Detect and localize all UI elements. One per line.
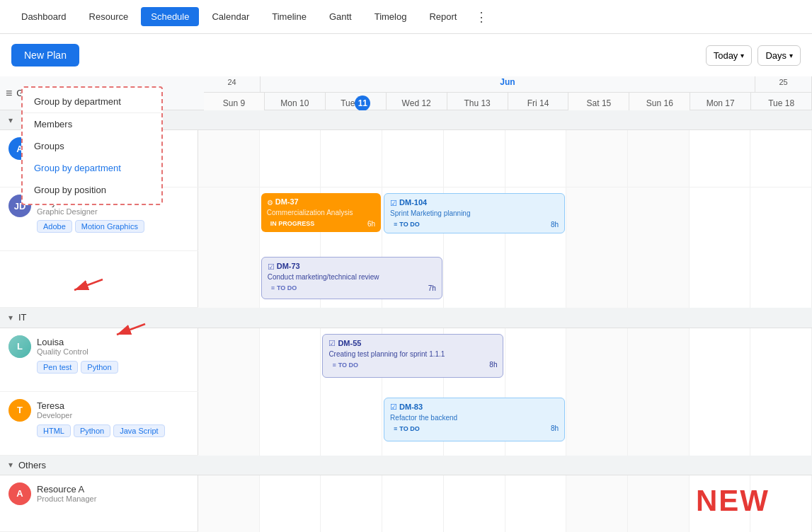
avatar-teresa: T <box>8 399 31 422</box>
dropdown-item-members[interactable]: Members <box>23 113 161 135</box>
today-label: Today <box>714 50 738 61</box>
person-role-jd: Graphic Designer <box>37 207 108 216</box>
month-row: 24 Jun 25 <box>204 76 812 93</box>
cal-col-thu13 <box>444 130 505 187</box>
month-jun: Jun <box>261 76 755 92</box>
status-todo-55: TO DO <box>328 361 362 369</box>
person-role-louisa: Quality Control <box>37 347 88 356</box>
tab-gantt[interactable]: Gantt <box>319 7 362 26</box>
tag-adobe[interactable]: Adobe <box>37 220 72 233</box>
tab-timelog[interactable]: Timelog <box>365 7 417 26</box>
today-button[interactable]: Today ▾ <box>706 45 753 66</box>
tab-schedule[interactable]: Schedule <box>141 7 199 26</box>
others-label: Others <box>18 460 46 470</box>
task-card-dm37[interactable]: ⚙ DM-37 Commercialization Analysis IN PR… <box>261 193 381 232</box>
new-plan-button[interactable]: New Plan <box>11 44 79 66</box>
tab-timeline[interactable]: Timeline <box>262 7 316 26</box>
tab-dashboard[interactable]: Dashboard <box>11 7 76 26</box>
person-info-teresa: T Teresa Developer HTML Python Java Scri… <box>0 392 198 455</box>
tag-python-teresa[interactable]: Python <box>74 424 110 437</box>
avatar-resource-a: A <box>8 482 31 505</box>
person-cal-teresa: ☑ DM-83 Refactor the backend TO DO 8h <box>198 392 812 456</box>
avatar-louisa: L <box>8 335 31 358</box>
cal-col-tue18 <box>750 130 812 187</box>
task-card-dm104[interactable]: ☑ DM-104 Sprint Marketing planning TO DO… <box>384 193 565 233</box>
person-row-teresa: T Teresa Developer HTML Python Java Scri… <box>0 392 812 456</box>
person-header-resource-a: A Resource A Product Manager <box>8 482 189 505</box>
status-todo-73: TO DO <box>268 284 301 292</box>
cal-col-sun16 <box>628 130 690 187</box>
status-todo-83: TO DO <box>390 424 423 433</box>
tags-louisa: Pen test Python <box>37 361 189 374</box>
cal-col-mon17 <box>690 130 751 187</box>
task-card-dm55[interactable]: ☑ DM-55 Creating test planning for sprin… <box>322 334 503 378</box>
cal-col-wed12 <box>382 130 444 187</box>
tags-teresa: HTML Python Java Script <box>37 424 189 437</box>
person-row-louisa: L Louisa Quality Control Pen test Python <box>0 328 812 392</box>
task-card-dm83[interactable]: ☑ DM-83 Refactor the backend TO DO 8h <box>384 398 565 441</box>
days-button[interactable]: Days ▾ <box>757 45 801 66</box>
today-circle: 11 <box>355 96 370 111</box>
cal-col-mon10 <box>260 130 321 187</box>
person-cal-resource-a: NEW <box>198 475 812 532</box>
tab-calendar[interactable]: Calendar <box>202 7 259 26</box>
dropdown-item-groups[interactable]: Groups <box>23 135 161 157</box>
person-cal-louisa: ☑ DM-55 Creating test planning for sprin… <box>198 328 812 392</box>
tag-python-louisa[interactable]: Python <box>81 361 118 374</box>
person-info-dm73 <box>0 251 198 307</box>
days-label: Days <box>765 50 787 61</box>
person-row-resource-a: A Resource A Product Manager <box>0 475 812 532</box>
person-details-teresa: Teresa Developer <box>37 400 72 420</box>
it-collapse-button[interactable]: ▾ <box>8 313 13 323</box>
task-card-dm73[interactable]: ☑ DM-73 Conduct marketing/technical revi… <box>261 257 442 299</box>
status-inprogress: IN PROGRESS <box>267 219 319 228</box>
person-role-resource-a: Product Manager <box>37 495 96 503</box>
main-content: ≡ Group by department 24 Jun 25 Sun 9 Mo… <box>0 76 812 532</box>
cal-grid-louisa <box>198 328 812 392</box>
person-cal-a <box>198 130 812 187</box>
tab-report[interactable]: Report <box>419 7 467 26</box>
others-section-header: ▾ Others <box>0 456 812 475</box>
tags-jd: Adobe Motion Graphics <box>37 220 189 233</box>
dropdown-header: Group by department <box>23 91 161 113</box>
person-details-resource-a: Resource A Product Manager <box>37 484 96 503</box>
person-role-teresa: Developer <box>37 411 72 420</box>
cal-col-sat15 <box>566 130 628 187</box>
dropdown-item-group-by-position[interactable]: Group by position <box>23 179 161 201</box>
top-navigation: Dashboard Resource Schedule Calendar Tim… <box>0 0 812 34</box>
status-todo: TO DO <box>390 220 423 229</box>
it-section-header: ▾ IT <box>0 308 812 328</box>
person-info-resource-a: A Resource A Product Manager <box>0 475 198 531</box>
month-24: 24 <box>204 76 261 92</box>
person-name-louisa: Louisa <box>37 337 88 347</box>
person-header-teresa: T Teresa Developer <box>8 399 189 422</box>
seg-collapse-button[interactable]: ▾ <box>8 115 13 125</box>
tag-pen-test[interactable]: Pen test <box>37 361 78 374</box>
person-row-dm73: ☑ DM-73 Conduct marketing/technical revi… <box>0 251 812 308</box>
tag-javascript[interactable]: Java Script <box>113 424 164 437</box>
person-header-louisa: L Louisa Quality Control <box>8 335 189 358</box>
person-name-teresa: Teresa <box>37 400 72 411</box>
person-name-resource-a: Resource A <box>37 484 96 495</box>
it-label: IT <box>18 312 27 323</box>
tag-html[interactable]: HTML <box>37 424 71 437</box>
filter-icon: ≡ <box>6 87 12 100</box>
nav-more-button[interactable]: ⋮ <box>469 6 493 28</box>
cal-col-tue11 <box>321 130 382 187</box>
cal-col-sun9 <box>198 130 260 187</box>
person-details-louisa: Louisa Quality Control <box>37 337 88 356</box>
person-cal-dm73: ☑ DM-73 Conduct marketing/technical revi… <box>198 251 812 308</box>
cal-grid-a <box>198 130 812 187</box>
group-dropdown-menu: Group by department Members Groups Group… <box>21 86 163 205</box>
others-section-label: ▾ Others <box>0 460 198 470</box>
others-collapse-button[interactable]: ▾ <box>8 460 13 470</box>
month-25: 25 <box>755 76 812 92</box>
tag-motion-graphics[interactable]: Motion Graphics <box>75 220 144 233</box>
chevron-down-icon: ▾ <box>789 52 793 59</box>
person-info-louisa: L Louisa Quality Control Pen test Python <box>0 328 198 391</box>
calendar-header: 24 Jun 25 Sun 9 Mon 10 Tue 11 Wed 12 Thu… <box>204 76 812 114</box>
it-section-label: ▾ IT <box>0 312 198 323</box>
tab-resource[interactable]: Resource <box>79 7 139 26</box>
dropdown-item-group-by-department[interactable]: Group by department <box>23 157 161 179</box>
toolbar-right: Today ▾ Days ▾ <box>706 45 801 66</box>
